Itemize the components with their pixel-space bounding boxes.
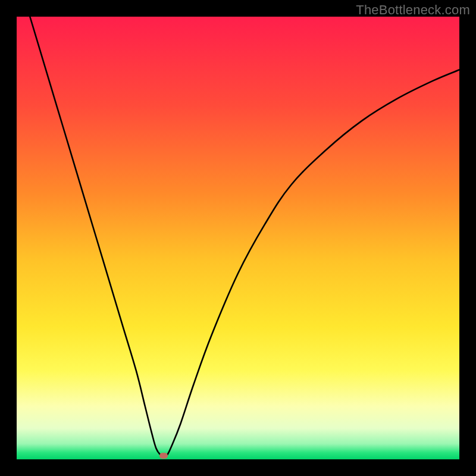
optimum-marker	[159, 453, 168, 459]
curve-svg	[17, 17, 459, 459]
chart-frame: TheBottleneck.com	[0, 0, 476, 476]
watermark-text: TheBottleneck.com	[356, 2, 470, 18]
plot-area	[17, 17, 459, 459]
bottleneck-curve-path	[30, 17, 459, 456]
